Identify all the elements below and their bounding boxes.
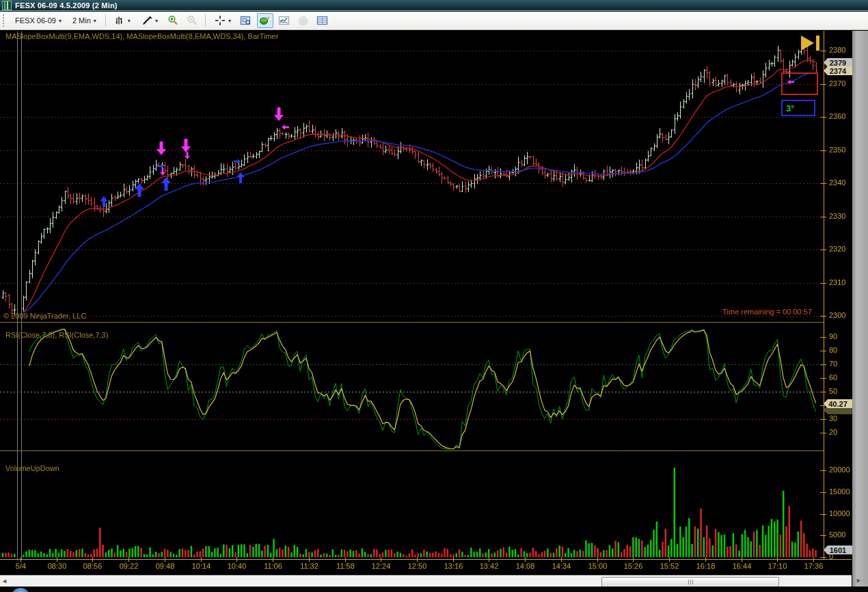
scrollbar-thumb[interactable] xyxy=(601,577,779,587)
toolbar-separator xyxy=(105,14,106,27)
chart-style-button[interactable]: ▾ xyxy=(111,14,135,28)
start-orb-icon[interactable] xyxy=(11,588,30,592)
toolbar-separator xyxy=(205,14,206,27)
slope-annotation-text: 3° xyxy=(786,103,794,113)
chevron-down-icon: ▾ xyxy=(128,18,131,24)
zoom-out-icon xyxy=(187,15,198,26)
draw-tool-icon xyxy=(141,16,152,26)
replay-play-icon[interactable] xyxy=(801,36,814,51)
data-grid-button[interactable] xyxy=(314,13,331,28)
draw-tool-button[interactable]: ▾ xyxy=(137,14,162,28)
last-price-tag: 2374 xyxy=(824,66,852,75)
horizontal-scrollbar[interactable]: ◄ xyxy=(0,575,852,587)
price-panel-indicator-label: MASlopeBoxMulti(9,EMA,WDS,14), MASlopeBo… xyxy=(5,32,278,40)
mini-chart-button[interactable] xyxy=(276,13,293,28)
toolbar: FESX 06-09 ▾ 2 Min ▾ ▾ ▾ xyxy=(0,12,868,30)
toolbar-grip[interactable] xyxy=(3,14,7,27)
chart-window-icon xyxy=(240,15,252,26)
price-tag-behind: 2379 xyxy=(824,58,852,67)
connection-status-button xyxy=(295,13,312,28)
crosshair-button[interactable]: ▾ xyxy=(211,13,235,28)
connection-status-icon xyxy=(298,16,308,26)
app-icon xyxy=(2,1,12,10)
taskbar-edge xyxy=(0,587,868,592)
chevron-down-icon: ▾ xyxy=(155,18,158,24)
mini-chart-icon xyxy=(278,15,290,26)
chart-style-icon xyxy=(115,16,125,26)
bar-timer-label: Time remaining = 00:00:57 xyxy=(722,308,812,316)
rsi-panel-indicator-label: RSI(Close,7,3), RSI(Close,7,3) xyxy=(5,331,108,339)
window-right-border xyxy=(852,31,868,587)
chevron-down-icon: ▾ xyxy=(94,18,96,24)
zoom-in-button[interactable] xyxy=(165,13,181,28)
data-grid-icon xyxy=(316,15,328,26)
crosshair-icon xyxy=(215,15,226,26)
window-title: FESX 06-09 4.5.2009 (2 Min) xyxy=(15,1,118,10)
chart-window-button[interactable] xyxy=(238,13,254,28)
copyright-label: © 2009 NinjaTrader, LLC xyxy=(3,312,86,320)
chart-trader-icon xyxy=(259,15,271,26)
price-annotation-box[interactable] xyxy=(781,72,818,95)
scroll-right-arrow-icon[interactable]: ► xyxy=(856,577,862,584)
volume-panel-indicator-label: VolumeUpDown xyxy=(5,464,59,472)
instrument-label: FESX 06-09 xyxy=(15,16,56,25)
interval-label: 2 Min xyxy=(72,16,91,25)
replay-pause-bar-icon xyxy=(816,36,819,51)
chevron-down-icon: ▾ xyxy=(228,18,231,24)
zoom-out-button xyxy=(184,13,200,28)
title-bar[interactable]: FESX 06-09 4.5.2009 (2 Min) xyxy=(0,0,868,11)
rsi-value-tag: 40.27 xyxy=(824,399,852,408)
volume-value-tag: 1601 xyxy=(824,546,852,554)
zoom-in-icon xyxy=(167,15,178,26)
scroll-left-arrow-icon[interactable]: ◄ xyxy=(1,578,8,584)
interval-selector[interactable]: 2 Min ▾ xyxy=(68,14,100,27)
chart-trader-button[interactable] xyxy=(257,13,273,28)
chart-canvas[interactable] xyxy=(0,0,868,592)
chevron-down-icon: ▾ xyxy=(59,18,62,24)
slope-annotation-box[interactable]: 3° xyxy=(781,100,815,116)
instrument-selector[interactable]: FESX 06-09 ▾ xyxy=(11,14,66,27)
